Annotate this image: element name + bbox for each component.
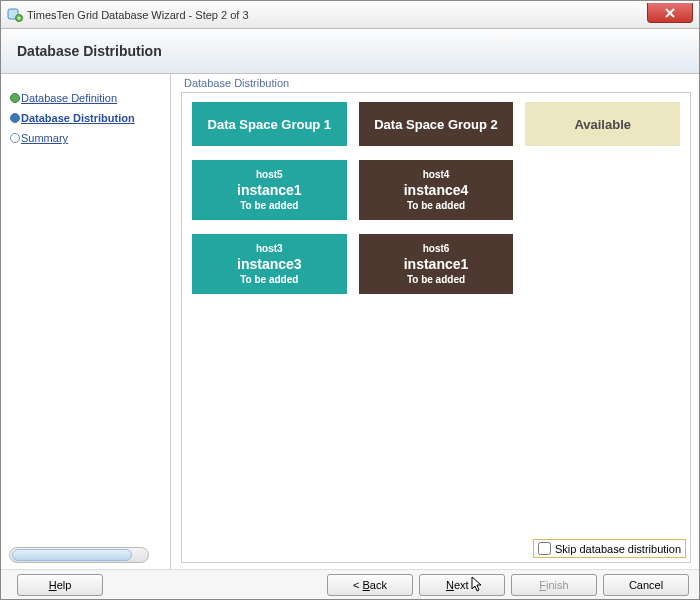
instance-name: instance3: [237, 256, 302, 272]
instance-card-host4-instance4[interactable]: host4 instance4 To be added: [359, 160, 514, 220]
wizard-footer: Help < Back Next > Finish Cancel: [1, 569, 699, 599]
instance-host: host4: [423, 169, 450, 180]
footer-buttons: < Back Next > Finish Cancel: [321, 574, 689, 596]
instance-name: instance4: [404, 182, 469, 198]
group-header-available[interactable]: Available: [525, 102, 680, 146]
window-title: TimesTen Grid Database Wizard - Step 2 o…: [27, 9, 249, 21]
group-header-data-space-1[interactable]: Data Space Group 1: [192, 102, 347, 146]
page-title: Database Distribution: [17, 43, 162, 59]
close-button[interactable]: [647, 3, 693, 23]
instance-status: To be added: [240, 200, 298, 211]
distribution-panel: Data Space Group 1 Data Space Group 2 Av…: [181, 92, 691, 563]
instance-status: To be added: [407, 274, 465, 285]
instance-card-host5-instance1[interactable]: host5 instance1 To be added: [192, 160, 347, 220]
help-button[interactable]: Help: [17, 574, 103, 596]
step-label: Database Distribution: [21, 112, 135, 124]
step-label: Database Definition: [21, 92, 117, 104]
help-rest: elp: [57, 579, 72, 591]
main-area: Database Definition Database Distributio…: [1, 74, 699, 569]
step-database-distribution[interactable]: Database Distribution: [1, 108, 170, 128]
instance-card-host3-instance3[interactable]: host3 instance3 To be added: [192, 234, 347, 294]
empty-slot-available[interactable]: [525, 160, 680, 220]
empty-slot-available[interactable]: [525, 234, 680, 294]
next-button[interactable]: Next >: [419, 574, 505, 596]
skip-distribution-label: Skip database distribution: [555, 543, 681, 555]
app-icon: [7, 7, 23, 23]
back-button[interactable]: < Back: [327, 574, 413, 596]
instance-name: instance1: [237, 182, 302, 198]
instance-status: To be added: [240, 274, 298, 285]
fieldset-legend: Database Distribution: [181, 77, 292, 89]
group-header-data-space-2[interactable]: Data Space Group 2: [359, 102, 514, 146]
group-header-row: Data Space Group 1 Data Space Group 2 Av…: [192, 102, 680, 146]
group-label: Data Space Group 2: [374, 117, 498, 132]
wizard-banner: Database Distribution: [1, 29, 699, 74]
skip-distribution-option[interactable]: Skip database distribution: [533, 539, 686, 558]
instance-name: instance1: [404, 256, 469, 272]
instance-host: host3: [256, 243, 283, 254]
cancel-button[interactable]: Cancel: [603, 574, 689, 596]
instance-row: host3 instance3 To be added host6 instan…: [192, 234, 680, 294]
group-label: Available: [574, 117, 631, 132]
titlebar: TimesTen Grid Database Wizard - Step 2 o…: [1, 1, 699, 29]
sidebar-horizontal-scrollbar[interactable]: [9, 547, 149, 563]
instance-host: host6: [423, 243, 450, 254]
scrollbar-thumb[interactable]: [12, 549, 132, 561]
skip-distribution-checkbox[interactable]: [538, 542, 551, 555]
group-label: Data Space Group 1: [208, 117, 332, 132]
instance-status: To be added: [407, 200, 465, 211]
step-summary[interactable]: Summary: [1, 128, 170, 148]
instance-row: host5 instance1 To be added host4 instan…: [192, 160, 680, 220]
wizard-steps-sidebar: Database Definition Database Distributio…: [1, 74, 171, 569]
instance-host: host5: [256, 169, 283, 180]
finish-button: Finish: [511, 574, 597, 596]
step-label: Summary: [21, 132, 68, 144]
instance-card-host6-instance1[interactable]: host6 instance1 To be added: [359, 234, 514, 294]
step-database-definition[interactable]: Database Definition: [1, 88, 170, 108]
content-pane: Database Distribution Data Space Group 1…: [171, 74, 699, 569]
